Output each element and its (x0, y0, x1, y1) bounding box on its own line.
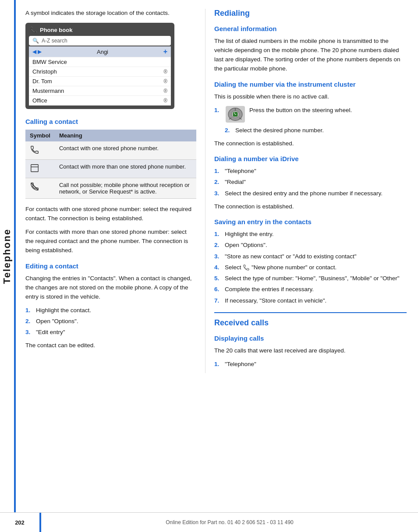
phonebook-icon: 📞 (30, 26, 37, 33)
list-item: 3. "Store as new contact" or "Add to exi… (214, 252, 407, 261)
connection-text-1: The connection is established. (214, 139, 407, 148)
list-item: 1. "Telephone" (214, 167, 407, 176)
svg-rect-0 (31, 165, 39, 172)
left-column: A symbol indicates the storage location … (21, 9, 205, 373)
step-number: 1. (214, 360, 221, 369)
table-row: Contact with more than one stored phone … (25, 160, 196, 178)
symbol-multiple (25, 160, 55, 178)
general-info-heading: General information (214, 25, 407, 32)
step-number: 1. (214, 107, 221, 113)
step-number: 2. (225, 126, 232, 135)
step-number: 2. (214, 178, 221, 187)
phonebook-widget: 📞 Phone book 🔍 A-Z search ◀ ▶ Angi + BMW… (25, 23, 174, 109)
table-header-meaning: Meaning (55, 130, 196, 141)
step-text: Highlight the entry. (225, 230, 274, 239)
contact-name-angi: Angi (97, 49, 108, 55)
general-info-text: The list of dialed numbers in the mobile… (214, 37, 407, 74)
list-item: 1. Highlight the entry. (214, 230, 407, 239)
displaying-steps-list: 1. "Telephone" (214, 360, 407, 369)
step-number: 1. (214, 167, 221, 176)
step-number: 2. (25, 317, 32, 326)
dialing-instrument-intro: This is possible when there is no active… (214, 92, 407, 102)
list-item: 1. "Telephone" (214, 360, 407, 369)
step-text: "Telephone" (225, 360, 256, 369)
list-item: 4. Select "New phone number" or contact. (214, 263, 407, 272)
dialing-idrive-heading: Dialing a number via iDrive (214, 155, 407, 162)
blue-border (14, 0, 16, 512)
contact-row-mustermann[interactable]: Mustermann ® (29, 86, 171, 96)
list-item: 2. Open "Options". (214, 241, 407, 250)
symbol-phone (25, 141, 55, 160)
step-text: "Telephone" (225, 167, 256, 176)
page-number: 202 (0, 519, 39, 526)
step-number: 4. (214, 263, 221, 272)
contact-name-mustermann: Mustermann (32, 88, 64, 94)
step-number: 1. (25, 306, 32, 315)
step-number: 3. (25, 328, 32, 337)
editing-contact-heading: Editing a contact (25, 262, 196, 270)
table-row: Contact with one stored phone number. (25, 141, 196, 160)
contact-name-bmw: BMW Service (32, 59, 67, 65)
redialing-heading: Redialing (214, 9, 407, 18)
footer-text: Online Edition for Part no. 01 40 2 606 … (41, 519, 418, 525)
step-text: Select the desired entry and the phone n… (225, 189, 383, 198)
step-number: 3. (214, 252, 221, 261)
step-text: If necessary, "Store contact in vehicle"… (225, 296, 326, 305)
table-cell-meaning-3: Call not possible; mobile phone without … (55, 178, 196, 199)
step-text: Select the type of number: "Home", "Busi… (225, 274, 400, 283)
table-row: Call not possible; mobile phone without … (25, 178, 196, 199)
search-placeholder: A-Z search (42, 38, 67, 44)
list-item: 2. Open "Options". (25, 317, 196, 326)
connection-text-2: The connection is established. (214, 202, 407, 211)
dialing-step1: 1. Press the button on the steering whee… (214, 106, 407, 123)
contact-row-christoph[interactable]: Christoph ® (29, 67, 171, 77)
contact-name-drtom: Dr. Tom (32, 78, 52, 85)
list-item: 3. "Edit entry" (25, 328, 196, 337)
nav-arrows[interactable]: ◀ ▶ (32, 49, 42, 55)
phone-icon-mustermann: ® (163, 88, 167, 94)
contact-row-office[interactable]: Office ® (29, 96, 171, 106)
contact-row-drtom[interactable]: Dr. Tom ® (29, 77, 171, 86)
list-item: 5. Select the type of number: "Home", "B… (214, 274, 407, 283)
displaying-calls-text: The 20 calls that were last received are… (214, 346, 407, 356)
saving-entry-heading: Saving an entry in the contacts (214, 218, 407, 225)
main-content: A symbol indicates the storage location … (21, 0, 418, 382)
calling-contact-heading: Calling a contact (25, 118, 196, 125)
step-number: 5. (214, 274, 221, 283)
dialing-instrument-heading: Dialing the number via the instrument cl… (214, 81, 407, 88)
steering-wheel-icon (226, 106, 245, 123)
idrive-steps-list: 1. "Telephone" 2. "Redial" 3. Select the… (214, 167, 407, 198)
add-button[interactable]: + (163, 48, 167, 56)
phonebook-title: Phone book (40, 27, 72, 33)
step-text: Select "New phone number" or contact. (225, 263, 337, 272)
phone-icon-christoph: ® (163, 69, 167, 75)
phone-icon-drtom: ® (163, 78, 167, 85)
step-text: Highlight the contact. (36, 306, 91, 315)
dialing-step2-container: 2. Select the desired phone number. (225, 126, 407, 135)
list-item: 3. Select the desired entry and the phon… (214, 189, 407, 198)
step-number: 1. (214, 230, 221, 239)
phonebook-title-bar: 📞 Phone book (29, 26, 171, 33)
search-icon: 🔍 (32, 38, 39, 44)
table-header-symbol: Symbol (25, 130, 55, 141)
contact-name-christoph: Christoph (32, 68, 57, 75)
step-text: Open "Options". (225, 241, 267, 250)
calling-para2: For contacts with more than one stored p… (25, 228, 196, 255)
step-text: Complete the entries if necessary. (225, 285, 314, 294)
sidebar-label: Telephone (0, 0, 14, 512)
step-text: "Store as new contact" or "Add to existi… (225, 252, 357, 261)
list-item: 6. Complete the entries if necessary. (214, 285, 407, 294)
contact-name-office: Office (32, 97, 47, 104)
step-text: Press the button on the steering wheel. (249, 106, 352, 115)
step-number: 3. (214, 189, 221, 198)
contact-row-bmw[interactable]: BMW Service (29, 57, 171, 67)
search-bar[interactable]: 🔍 A-Z search (29, 36, 171, 46)
intro-text: A symbol indicates the storage location … (25, 9, 196, 18)
step-number: 7. (214, 296, 221, 305)
step-text: "Edit entry" (36, 328, 65, 337)
symbol-table: Symbol Meaning Contact with one stored p… (25, 130, 196, 199)
list-item: 1. Highlight the contact. (25, 306, 196, 315)
saving-steps-list: 1. Highlight the entry. 2. Open "Options… (214, 230, 407, 305)
table-cell-meaning-2: Contact with more than one stored phone … (55, 160, 196, 178)
footer: 202 Online Edition for Part no. 01 40 2 … (0, 512, 418, 532)
